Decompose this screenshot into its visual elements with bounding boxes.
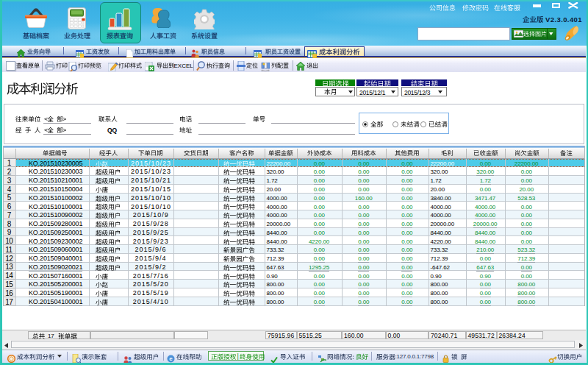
svg-text:e: e bbox=[169, 355, 173, 362]
